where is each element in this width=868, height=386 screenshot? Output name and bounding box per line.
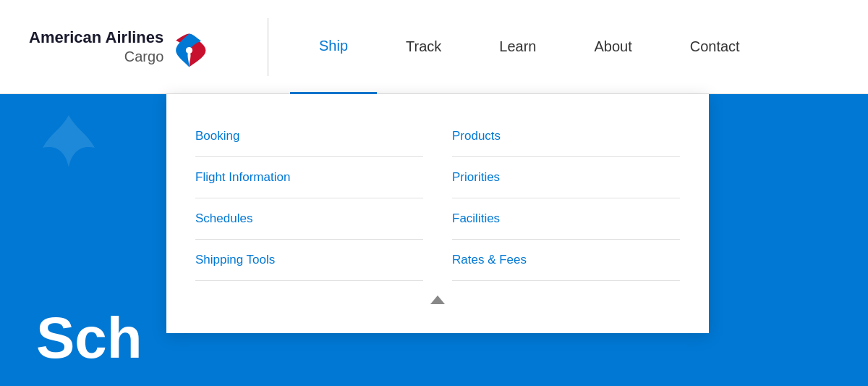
- ship-dropdown: Booking Flight Information Schedules Shi…: [166, 94, 709, 333]
- dropdown-rates-fees[interactable]: Rates & Fees: [452, 240, 680, 281]
- dropdown-priorities[interactable]: Priorities: [452, 157, 680, 198]
- dropdown-flight-information[interactable]: Flight Information: [195, 157, 423, 198]
- main-nav: Ship Track Learn About Contact: [290, 0, 839, 94]
- dropdown-facilities[interactable]: Facilities: [452, 198, 680, 240]
- dropdown-right-col: Products Priorities Facilities Rates & F…: [452, 116, 680, 281]
- background-text: Sch: [36, 305, 142, 372]
- header-divider: [268, 18, 268, 76]
- arrow-up-icon: [430, 295, 445, 304]
- dropdown-grid: Booking Flight Information Schedules Shi…: [195, 116, 680, 304]
- background-watermark: [36, 109, 101, 177]
- nav-contact[interactable]: Contact: [661, 0, 769, 94]
- nav-about[interactable]: About: [565, 0, 660, 94]
- logo-airline-name: American Airlines: [29, 28, 163, 46]
- dropdown-close-arrow[interactable]: [195, 281, 680, 304]
- logo-area: American Airlines Cargo: [29, 28, 246, 64]
- nav-ship[interactable]: Ship: [290, 0, 377, 94]
- dropdown-schedules[interactable]: Schedules: [195, 198, 423, 240]
- header: American Airlines Cargo Ship Track Learn…: [0, 0, 868, 94]
- dropdown-products[interactable]: Products: [452, 116, 680, 157]
- dropdown-left-col: Booking Flight Information Schedules Shi…: [195, 116, 423, 281]
- nav-track[interactable]: Track: [377, 0, 470, 94]
- logo-text: American Airlines Cargo: [29, 28, 163, 64]
- logo-cargo-text: Cargo: [29, 48, 163, 65]
- nav-learn[interactable]: Learn: [470, 0, 565, 94]
- dropdown-booking[interactable]: Booking: [195, 116, 423, 157]
- svg-point-0: [186, 47, 192, 54]
- aa-logo-icon: [169, 30, 202, 63]
- dropdown-shipping-tools[interactable]: Shipping Tools: [195, 240, 423, 281]
